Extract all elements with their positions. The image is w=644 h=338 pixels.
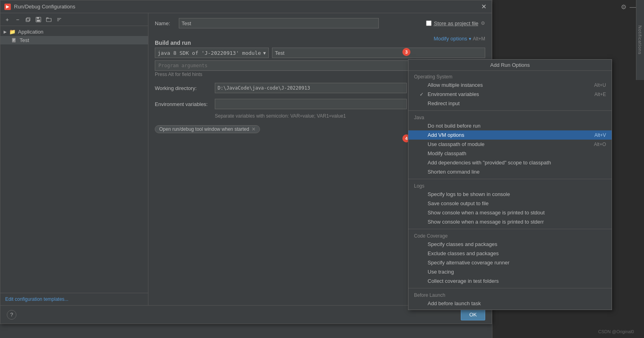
- divider-1: [408, 110, 612, 111]
- show-console-stdout-label: Show console when a message is printed t…: [428, 210, 545, 216]
- left-panel: + −: [0, 13, 148, 305]
- store-project-gear-icon[interactable]: ⚙: [481, 20, 485, 26]
- use-classpath-label: Use classpath of module: [428, 141, 484, 147]
- specify-logs-label: Specify logs to be shown in console: [428, 191, 510, 197]
- main-class-input[interactable]: [272, 48, 485, 58]
- use-classpath-item[interactable]: Use classpath of module Alt+O: [408, 140, 612, 149]
- use-tracing-item[interactable]: Use tracing: [408, 267, 612, 276]
- modify-options-button[interactable]: Modify options ▾ Alt+M: [434, 36, 485, 42]
- working-dir-label: Working directory:: [155, 85, 211, 91]
- working-dir-input[interactable]: [215, 83, 407, 93]
- classpath-shortcut: Alt+O: [594, 142, 606, 147]
- allow-multiple-instances-label: Allow multiple instances: [428, 82, 483, 88]
- dialog-title: Run/Debug Configurations: [14, 4, 75, 10]
- notifications-sidebar: Notifications: [636, 0, 644, 80]
- env-check-icon: ✓: [420, 92, 425, 97]
- java-sdk-select[interactable]: java 8 SDK of 'J-20220913' module ▾: [155, 48, 269, 58]
- minimize-icon[interactable]: —: [630, 4, 636, 11]
- notifications-label: Notifications: [638, 26, 643, 55]
- java-section: Java Do not build before run Add VM opti…: [408, 112, 612, 178]
- dropdown-title: Add Run Options: [408, 60, 612, 71]
- allow-multiple-instances-item[interactable]: Allow multiple instances Alt+U: [408, 80, 612, 90]
- tree-group-application[interactable]: ▶ 📁 Application: [0, 28, 148, 36]
- env-vars-input[interactable]: [215, 99, 407, 109]
- close-button[interactable]: ✕: [480, 3, 488, 11]
- add-config-button[interactable]: +: [3, 15, 12, 24]
- shorten-command-label: Shorten command line: [428, 169, 480, 175]
- tree-item-test[interactable]: Test: [0, 36, 148, 44]
- modify-classpath-label: Modify classpath: [428, 150, 466, 156]
- copy-config-button[interactable]: [24, 15, 32, 24]
- file-icon: [12, 38, 17, 43]
- name-input[interactable]: [179, 18, 379, 28]
- env-vars-label: Environment variables:: [155, 101, 211, 107]
- operating-system-label: Operating System: [408, 72, 612, 80]
- show-console-stdout-item[interactable]: Show console when a message is printed t…: [408, 208, 612, 217]
- sort-button[interactable]: [55, 15, 64, 24]
- java-sdk-label: java 8 SDK of 'J-20220913' module: [158, 50, 261, 56]
- add-dependencies-item[interactable]: Add dependencies with "provided" scope t…: [408, 158, 612, 167]
- environment-variables-item[interactable]: ✓ Environment variables Alt+E: [408, 90, 612, 99]
- tree-group-label: Application: [18, 29, 44, 35]
- add-run-options-dropdown: Add Run Options Operating System Allow m…: [408, 59, 612, 310]
- svg-rect-3: [37, 17, 39, 19]
- specify-classes-item[interactable]: Specify classes and packages: [408, 240, 612, 249]
- tag-close-button[interactable]: ✕: [252, 126, 256, 132]
- save-console-label: Save console output to file: [428, 200, 489, 206]
- open-tool-window-tag: Open run/debug tool window when started …: [155, 125, 260, 133]
- allow-multiple-shortcut: Alt+U: [594, 82, 606, 88]
- add-before-launch-item[interactable]: Add before launch task: [408, 299, 612, 308]
- redirect-input-item[interactable]: Redirect input: [408, 99, 612, 108]
- tree-item-label: Test: [20, 37, 29, 43]
- exclude-classes-label: Exclude classes and packages: [428, 250, 499, 256]
- dropdown-chevron-icon: ▾: [263, 50, 266, 56]
- before-launch-section: Before Launch Add before launch task: [408, 289, 612, 310]
- specify-classes-label: Specify classes and packages: [428, 241, 497, 247]
- remove-config-button[interactable]: −: [13, 15, 22, 24]
- modify-options-shortcut: Alt+M: [473, 36, 485, 42]
- chevron-right-icon: ▶: [4, 30, 7, 34]
- settings-icon[interactable]: ⚙: [621, 3, 626, 11]
- show-console-stderr-item[interactable]: Show console when a message is printed t…: [408, 217, 612, 226]
- shorten-command-item[interactable]: Shorten command line: [408, 167, 612, 176]
- vm-options-shortcut: Alt+V: [594, 132, 606, 138]
- save-config-button[interactable]: [34, 15, 43, 24]
- badge-3: 3: [402, 48, 410, 56]
- toolbar-row: + −: [0, 13, 148, 26]
- java-label: Java: [408, 113, 612, 121]
- edit-templates-link[interactable]: Edit configuration templates...: [0, 293, 148, 305]
- store-project-checkbox[interactable]: [426, 20, 432, 26]
- right-panel-top: ⚙ —: [621, 3, 636, 11]
- show-console-stderr-label: Show console when a message is printed t…: [428, 219, 544, 225]
- redirect-input-label: Redirect input: [428, 100, 460, 106]
- env-vars-shortcut: Alt+E: [594, 92, 606, 97]
- logs-label: Logs: [408, 182, 612, 190]
- dialog-app-icon: ▶: [4, 4, 11, 10]
- svg-rect-0: [26, 18, 29, 22]
- before-launch-label: Before Launch: [408, 291, 612, 299]
- specify-coverage-runner-item[interactable]: Specify alternative coverage runner: [408, 258, 612, 267]
- ok-button[interactable]: OK: [461, 309, 485, 320]
- tag-label: Open run/debug tool window when started: [159, 126, 249, 132]
- do-not-build-label: Do not build before run: [428, 123, 480, 129]
- divider-4: [408, 288, 612, 288]
- add-vm-options-label: Add VM options: [428, 132, 464, 138]
- open-folder-button[interactable]: [44, 15, 53, 24]
- save-console-item[interactable]: Save console output to file: [408, 199, 612, 208]
- help-button[interactable]: ?: [7, 310, 16, 320]
- svg-rect-1: [27, 18, 30, 21]
- chevron-down-icon: ▾: [469, 36, 471, 42]
- specify-coverage-runner-label: Specify alternative coverage runner: [428, 260, 510, 266]
- specify-logs-item[interactable]: Specify logs to be shown in console: [408, 190, 612, 199]
- environment-variables-label: Environment variables: [428, 91, 479, 97]
- use-tracing-label: Use tracing: [428, 269, 454, 275]
- title-left: ▶ Run/Debug Configurations: [4, 4, 75, 10]
- do-not-build-item[interactable]: Do not build before run: [408, 121, 612, 130]
- modify-classpath-item[interactable]: Modify classpath: [408, 149, 612, 158]
- add-vm-options-item[interactable]: Add VM options Alt+V: [408, 130, 612, 140]
- code-coverage-section: Code Coverage Specify classes and packag…: [408, 230, 612, 287]
- collect-coverage-label: Collect coverage in test folders: [428, 278, 499, 284]
- collect-coverage-item[interactable]: Collect coverage in test folders: [408, 276, 612, 286]
- exclude-classes-item[interactable]: Exclude classes and packages: [408, 249, 612, 258]
- logs-section: Logs Specify logs to be shown in console…: [408, 180, 612, 228]
